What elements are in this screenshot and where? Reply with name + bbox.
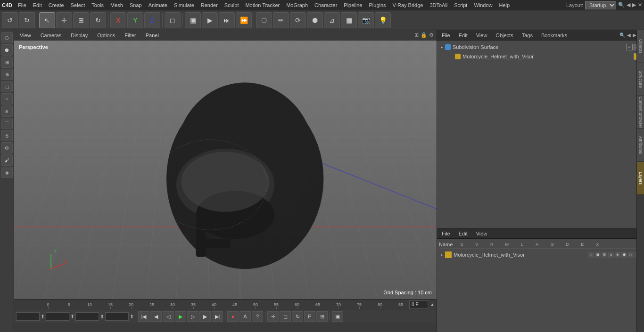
object-mode-button[interactable]: ◻ <box>165 12 181 28</box>
menu-motiontracker[interactable]: Motion Tracker <box>242 1 282 9</box>
timeline-start-frame[interactable]: 0 F <box>16 312 40 321</box>
menu-render[interactable]: Render <box>198 1 221 9</box>
obj-mgr-menu-edit[interactable]: Edit <box>456 32 471 39</box>
key-grid-button[interactable]: ⊞ <box>316 311 328 322</box>
viewport-cam-button[interactable]: 📷 <box>358 12 374 28</box>
search-icon[interactable]: 🔍 <box>618 2 625 8</box>
search-icon[interactable]: 🔍 <box>619 32 625 38</box>
tab-content-browser[interactable]: Content Browser <box>637 96 644 129</box>
sidebar-btn-3[interactable]: ⊞ <box>1 57 13 68</box>
attr-icon-3[interactable]: ⊞ <box>602 252 607 258</box>
viewport-light-button[interactable]: 💡 <box>375 12 391 28</box>
obj-mgr-menu-file[interactable]: File <box>439 32 453 39</box>
menu-tools[interactable]: Tools <box>89 1 107 9</box>
sidebar-btn-5[interactable]: ◻ <box>1 81 13 92</box>
obj-mgr-menu-tags[interactable]: Tags <box>519 32 536 39</box>
move-tool-button[interactable]: ✛ <box>56 12 72 28</box>
tab-attributes[interactable]: Attributes <box>637 129 644 162</box>
sidebar-btn-7[interactable]: ≡ <box>1 105 13 117</box>
sidebar-btn-10[interactable]: ⚙ <box>1 142 13 154</box>
render-all-button[interactable]: ⏭ <box>219 12 235 28</box>
undo-button[interactable]: ↺ <box>2 12 18 28</box>
viewport-loop-button[interactable]: ⟳ <box>290 12 306 28</box>
attr-icon-5[interactable]: ⊕ <box>615 252 620 258</box>
scale-key-button[interactable]: ↻ <box>292 311 303 322</box>
render-active-button[interactable]: ▶ <box>202 12 218 28</box>
timeline-up-icon[interactable]: ▲ <box>430 302 435 307</box>
timeline-current-frame[interactable]: 0 F <box>46 312 69 321</box>
go-start-button[interactable]: |◀ <box>138 311 149 322</box>
move-key-button[interactable]: ✛ <box>267 311 279 322</box>
menu-script[interactable]: Script <box>451 1 470 9</box>
menu-sculpt[interactable]: Sculpt <box>222 1 242 9</box>
obj-mgr-menu-bookmarks[interactable]: Bookmarks <box>538 32 570 39</box>
attr-obj-row[interactable]: ▸ Motorcycle_Helmet_with_Visor ○ ▣ ⊞ ≡ ⊕… <box>439 251 642 259</box>
menu-snap[interactable]: Snap <box>127 1 145 9</box>
vp-menu-panel[interactable]: Panel <box>143 32 162 39</box>
forward-icon[interactable]: ▶ <box>633 32 636 38</box>
timeline-fps[interactable]: 90 F <box>105 312 129 321</box>
sidebar-btn-6[interactable]: ○ <box>1 93 13 105</box>
tab-objects[interactable]: Objects <box>637 30 644 63</box>
attr-menu-view[interactable]: View <box>473 230 490 237</box>
obj-mgr-menu-objects[interactable]: Objects <box>493 32 516 39</box>
menu-pipeline[interactable]: Pipeline <box>341 1 365 9</box>
viewport-mirror-button[interactable]: ⊿ <box>324 12 340 28</box>
vp-menu-filter[interactable]: Filter <box>122 32 139 39</box>
help-button[interactable]: ? <box>252 311 263 322</box>
x-axis-button[interactable]: X <box>110 12 126 28</box>
menu-select[interactable]: Select <box>68 1 88 9</box>
viewport-floor-button[interactable]: ▦ <box>341 12 357 28</box>
obj-item-helmet[interactable]: Motorcycle_Helmet_with_Visor <box>439 52 642 61</box>
timeline-end-frame[interactable]: 90 F <box>75 312 99 321</box>
menu-mesh[interactable]: Mesh <box>107 1 126 9</box>
obj-check-vis[interactable]: ✓ <box>626 44 633 50</box>
y-axis-button[interactable]: Y <box>127 12 143 28</box>
vp-menu-view[interactable]: View <box>17 32 34 39</box>
tab-layers[interactable]: Layers <box>637 162 644 195</box>
timeline-frame-input[interactable] <box>409 300 428 309</box>
attr-icon-7[interactable]: ◻ <box>628 252 634 258</box>
attr-icon-1[interactable]: ○ <box>588 252 594 258</box>
sidebar-btn-8[interactable]: ⌒ <box>1 118 13 129</box>
prev-key-button[interactable]: ◁ <box>163 311 174 322</box>
menu-mograph[interactable]: MoGraph <box>283 1 311 9</box>
sidebar-btn-12[interactable]: ◈ <box>1 167 13 178</box>
viewport-pen-button[interactable]: ✏ <box>273 12 289 28</box>
menu-character[interactable]: Character <box>312 1 340 9</box>
z-axis-button[interactable]: Z <box>144 12 160 28</box>
sidebar-btn-11[interactable]: 🖌 <box>1 154 13 166</box>
tab-structure[interactable]: Structure <box>637 63 644 96</box>
render-button[interactable]: ⏩ <box>236 12 252 28</box>
menu-create[interactable]: Create <box>46 1 67 9</box>
attr-icon-6[interactable]: ⬢ <box>621 252 627 258</box>
play-button[interactable]: ▶ <box>175 311 186 322</box>
select-tool-button[interactable]: ↖ <box>39 12 55 28</box>
select-key-button[interactable]: ◻ <box>280 311 291 322</box>
obj-expand-icon[interactable]: ▸ <box>441 45 443 49</box>
close-icon[interactable]: ✕ <box>638 2 642 8</box>
record-button[interactable]: ● <box>227 311 239 322</box>
timeline-mode-button[interactable]: ▣ <box>332 311 343 322</box>
sidebar-btn-4[interactable]: ⊕ <box>1 69 13 80</box>
obj-mgr-menu-view[interactable]: View <box>473 32 490 39</box>
3d-viewport[interactable]: Y X Perspective Grid Spacing : 10 cm <box>14 40 437 299</box>
vp-menu-options[interactable]: Options <box>94 32 118 39</box>
vp-maximize-icon[interactable]: ⊞ <box>414 32 419 38</box>
nav-back-icon[interactable]: ◀ <box>627 2 630 8</box>
redo-button[interactable]: ↻ <box>19 12 35 28</box>
back-icon[interactable]: ◀ <box>627 32 631 38</box>
menu-window[interactable]: Window <box>471 1 495 9</box>
attr-menu-edit[interactable]: Edit <box>456 230 471 237</box>
vp-lock-icon[interactable]: 🔒 <box>421 32 427 38</box>
sidebar-btn-2[interactable]: ⬢ <box>1 44 13 56</box>
sidebar-btn-9[interactable]: S <box>1 130 13 141</box>
prev-frame-button[interactable]: ◀ <box>150 311 162 322</box>
obj-item-subdivision[interactable]: ▸ Subdivision Surface ✓ ✓ <box>439 42 642 52</box>
menu-simulate[interactable]: Simulate <box>171 1 197 9</box>
nav-forward-icon[interactable]: ▶ <box>632 2 636 8</box>
menu-animate[interactable]: Animate <box>146 1 170 9</box>
vp-settings-icon[interactable]: ⚙ <box>429 32 434 38</box>
attr-icon-4[interactable]: ≡ <box>608 252 614 258</box>
key-mode-button[interactable]: P <box>304 311 315 322</box>
